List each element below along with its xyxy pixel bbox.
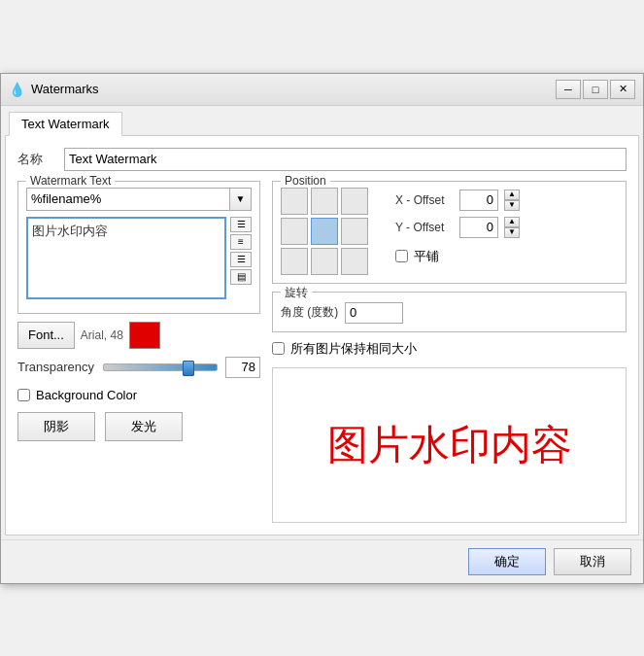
align-justify-btn[interactable]: ▤	[230, 269, 252, 285]
x-offset-spinners: ▲ ▼	[504, 190, 520, 211]
pos-cell-3[interactable]	[281, 218, 308, 245]
font-info: Arial, 48	[81, 328, 123, 342]
angle-input[interactable]	[345, 302, 403, 324]
x-offset-input[interactable]	[459, 190, 498, 211]
tab-content: 名称 Watermark Text %filename% ▼	[5, 135, 639, 535]
same-size-checkbox[interactable]	[272, 342, 285, 355]
y-offset-row: Y - Offset ▲ ▼	[395, 217, 520, 238]
font-row: Font... Arial, 48	[17, 322, 260, 349]
close-button[interactable]: ✕	[610, 80, 635, 99]
title-bar-left: 💧 Watermarks	[9, 82, 99, 97]
watermark-text-group: Watermark Text %filename% ▼ 图片水印内容	[17, 181, 260, 314]
title-bar-buttons: ─ □ ✕	[556, 80, 635, 99]
dialog-footer: 确定 取消	[1, 539, 643, 583]
bg-color-checkbox[interactable]	[17, 389, 30, 401]
y-offset-label: Y - Offset	[395, 221, 454, 234]
offset-area: X - Offset ▲ ▼ Y - Offset	[395, 190, 520, 265]
y-offset-spinners: ▲ ▼	[504, 217, 520, 238]
color-swatch[interactable]	[129, 322, 160, 349]
x-offset-down[interactable]: ▼	[504, 200, 520, 211]
right-panel: Position	[272, 181, 627, 523]
align-right-btn[interactable]: ☰	[230, 252, 252, 267]
rotation-group: 旋转 角度 (度数)	[272, 292, 627, 332]
preview-text: 图片水印内容	[327, 418, 572, 472]
cancel-button[interactable]: 取消	[554, 548, 631, 575]
watermark-text-section: 图片水印内容 ☰ ≡ ☰	[26, 217, 252, 305]
watermark-text-title: Watermark Text	[26, 174, 115, 188]
transparency-slider[interactable]	[103, 363, 218, 371]
x-offset-label: X - Offset	[395, 193, 454, 207]
shadow-button[interactable]: 阴影	[17, 412, 95, 441]
align-justify-icon: ▤	[237, 271, 246, 282]
dropdown-row: %filename% ▼	[26, 188, 252, 211]
tab-text-watermark[interactable]: Text Watermark	[9, 112, 122, 136]
name-label: 名称	[17, 151, 56, 168]
same-size-row: 所有图片保持相同大小	[272, 340, 627, 358]
transparency-row: Transparency	[17, 357, 260, 378]
font-button[interactable]: Font...	[17, 322, 75, 349]
pos-cell-7[interactable]	[311, 248, 338, 275]
angle-label: 角度 (度数)	[281, 304, 339, 321]
text-preview-area[interactable]: 图片水印内容	[26, 217, 226, 299]
left-panel: Watermark Text %filename% ▼ 图片水印内容	[17, 181, 260, 523]
maximize-button[interactable]: □	[583, 80, 608, 99]
x-offset-up[interactable]: ▲	[504, 190, 520, 200]
preview-box: 图片水印内容	[272, 367, 627, 523]
minimize-button[interactable]: ─	[556, 80, 581, 99]
window-icon: 💧	[9, 82, 25, 97]
position-group: Position	[272, 181, 627, 284]
x-offset-row: X - Offset ▲ ▼	[395, 190, 520, 211]
angle-row: 角度 (度数)	[281, 302, 618, 324]
watermark-dropdown[interactable]: %filename%	[26, 188, 230, 211]
pos-cell-8[interactable]	[341, 248, 368, 275]
position-grid	[281, 188, 368, 275]
main-area: Watermark Text %filename% ▼ 图片水印内容	[17, 181, 627, 523]
bg-color-label: Background Color	[36, 388, 137, 402]
effect-buttons: 阴影 发光	[17, 412, 260, 441]
transparency-label: Transparency	[17, 360, 95, 374]
position-title: Position	[281, 174, 330, 188]
pos-cell-0[interactable]	[281, 188, 308, 215]
align-center-icon: ≡	[238, 236, 244, 247]
y-offset-up[interactable]: ▲	[504, 217, 520, 227]
tiling-row: 平铺	[395, 248, 520, 265]
pos-cell-2[interactable]	[341, 188, 368, 215]
align-left-icon: ☰	[237, 219, 246, 229]
same-size-label: 所有图片保持相同大小	[290, 340, 417, 358]
transparency-value[interactable]	[225, 357, 260, 378]
name-input[interactable]	[64, 148, 627, 171]
rotation-title: 旋转	[281, 285, 312, 301]
pos-cell-6[interactable]	[281, 248, 308, 275]
pos-cell-1[interactable]	[311, 188, 338, 215]
pos-cell-5[interactable]	[341, 218, 368, 245]
align-left-btn[interactable]: ☰	[230, 217, 252, 232]
name-row: 名称	[17, 148, 627, 171]
slider-thumb[interactable]	[183, 361, 194, 376]
y-offset-down[interactable]: ▼	[504, 227, 520, 238]
align-right-icon: ☰	[237, 254, 246, 264]
watermarks-window: 💧 Watermarks ─ □ ✕ Text Watermark 名称 Wat	[0, 73, 644, 584]
y-offset-input[interactable]	[459, 217, 498, 238]
bg-color-row: Background Color	[17, 388, 260, 402]
glow-button[interactable]: 发光	[105, 412, 183, 441]
align-panel: ☰ ≡ ☰ ▤	[230, 217, 252, 285]
tiling-checkbox[interactable]	[395, 250, 408, 262]
position-grid-wrap: X - Offset ▲ ▼ Y - Offset	[281, 188, 618, 275]
tabs-bar: Text Watermark	[1, 106, 643, 135]
tiling-label: 平铺	[414, 248, 439, 265]
window-title: Watermarks	[31, 82, 99, 96]
text-preview-content: 图片水印内容	[32, 223, 108, 240]
title-bar: 💧 Watermarks ─ □ ✕	[1, 74, 643, 106]
pos-cell-4[interactable]	[311, 218, 338, 245]
align-center-btn[interactable]: ≡	[230, 234, 252, 250]
ok-button[interactable]: 确定	[468, 548, 546, 575]
dropdown-arrow-btn[interactable]: ▼	[230, 188, 252, 211]
